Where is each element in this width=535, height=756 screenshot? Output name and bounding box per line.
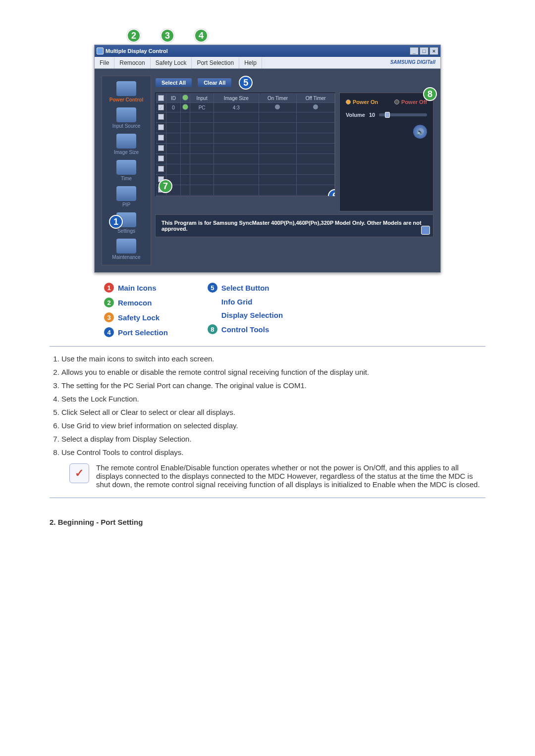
table-row[interactable] (156, 185, 335, 196)
grid-header-checkbox[interactable]: ✓ (156, 94, 166, 103)
maintenance-icon (116, 239, 136, 253)
power-on-label: Power On (353, 99, 378, 105)
legend-text: Select Button (221, 284, 269, 292)
list-item: Select a display from Display Selection. (61, 435, 485, 443)
app-icon (97, 48, 104, 54)
app-screenshot: 2 3 4 Multiple Display Control _ □ × Fil… (94, 45, 441, 273)
callout-8: 8 (423, 87, 437, 101)
menubar: File Remocon Safety Lock Port Selection … (95, 57, 440, 69)
note-text: The remote control Enable/Disable functi… (96, 463, 485, 489)
legend-num-5: 5 (208, 283, 217, 293)
legend: 1Main Icons 2Remocon 3Safety Lock 4Port … (104, 283, 446, 337)
grid-header-id: ID (166, 94, 181, 103)
table-row[interactable] (156, 164, 335, 175)
window-close-button[interactable]: × (429, 47, 438, 55)
list-item: Allows you to enable or disable the remo… (61, 368, 485, 376)
control-tools-panel: 8 Power On Power Off (339, 93, 433, 211)
sidebar-item-label: Maintenance (103, 254, 150, 260)
menu-port-selection[interactable]: Port Selection (192, 57, 239, 68)
menu-remocon[interactable]: Remocon (114, 57, 150, 68)
footer-text: This Program is for Samsung SyncMaster 4… (161, 220, 422, 232)
power-off-radio[interactable]: Power Off (394, 99, 427, 105)
select-all-button[interactable]: Select All (155, 78, 192, 88)
volume-value: 10 (369, 112, 375, 118)
table-row[interactable] (156, 133, 335, 144)
menu-file[interactable]: File (95, 57, 114, 68)
list-item: The setting for the PC Serial Port can c… (61, 381, 485, 390)
sidebar-item-maintenance[interactable]: Maintenance (103, 237, 150, 262)
table-row[interactable] (156, 144, 335, 154)
pip-icon (116, 186, 136, 201)
speaker-button[interactable]: 🔊 (413, 125, 427, 139)
row-checkbox[interactable] (158, 135, 164, 141)
legend-num-4: 4 (104, 327, 114, 337)
radio-dot-icon (346, 100, 351, 104)
table-row[interactable] (156, 154, 335, 164)
row-checkbox[interactable] (158, 166, 164, 172)
sidebar-item-pip[interactable]: PIP (103, 184, 150, 209)
list-item: Click Select all or Clear to select or c… (61, 408, 485, 416)
power-icon (116, 81, 136, 96)
table-row[interactable] (156, 175, 335, 185)
table-row[interactable] (156, 112, 335, 123)
separator (50, 346, 485, 347)
row-checkbox[interactable]: ✓ (158, 104, 164, 110)
sidebar-item-input-source[interactable]: Input Source (103, 105, 150, 131)
titlebar: Multiple Display Control _ □ × (95, 45, 440, 57)
info-grid: ✓ ID Input Image Size On Timer Off Timer (155, 93, 335, 197)
explanations-list: Use the main icons to switch into each s… (61, 354, 485, 456)
image-size-icon (116, 134, 136, 149)
footer-message: 1 This Program is for Samsung SyncMaster… (155, 214, 433, 237)
callout-1: 1 (109, 215, 123, 229)
window-maximize-button[interactable]: □ (420, 47, 428, 55)
sidebar: Power Control Input Source Image Size Ti… (102, 76, 151, 265)
list-item: Use the main icons to switch into each s… (61, 354, 485, 363)
radio-dot-icon (394, 100, 399, 104)
cell-id: 0 (166, 103, 181, 112)
time-icon (116, 160, 136, 175)
grid-header-status (181, 94, 190, 103)
sidebar-item-time[interactable]: Time (103, 158, 150, 183)
table-row[interactable]: ✓ 0 PC 4:3 (156, 103, 335, 112)
legend-text: Main Icons (118, 284, 157, 292)
power-on-radio[interactable]: Power On (346, 99, 378, 105)
callout-3: 3 (160, 29, 174, 43)
grid-header-image-size: Image Size (214, 94, 259, 103)
list-item: Use Control Tools to control displays. (61, 448, 485, 456)
row-checkbox[interactable] (158, 124, 164, 130)
resize-grip-icon[interactable] (421, 226, 430, 235)
sidebar-item-label: Settings (103, 228, 150, 234)
row-checkbox[interactable] (158, 155, 164, 161)
sidebar-item-label: Time (103, 176, 150, 181)
note-block: ✓ The remote control Enable/Disable func… (69, 463, 485, 489)
menu-help[interactable]: Help (239, 57, 262, 68)
cell-image-size: 4:3 (214, 103, 259, 112)
legend-text: Display Selection (221, 311, 283, 319)
callout-2: 2 (127, 29, 141, 43)
volume-slider[interactable] (379, 113, 427, 116)
table-row[interactable] (156, 123, 335, 133)
legend-text: Remocon (118, 299, 152, 307)
legend-num-1: 1 (104, 283, 114, 293)
menu-safety-lock[interactable]: Safety Lock (151, 57, 192, 68)
app-title: Multiple Display Control (106, 48, 168, 54)
on-timer-dot-icon (275, 104, 280, 109)
sidebar-item-image-size[interactable]: Image Size (103, 132, 150, 157)
separator (50, 498, 485, 498)
slider-thumb[interactable] (385, 112, 390, 118)
sidebar-item-label: PIP (103, 202, 150, 207)
legend-num-2: 2 (104, 298, 114, 307)
list-item: Sets the Lock Function. (61, 395, 485, 403)
off-timer-dot-icon (313, 104, 318, 109)
sidebar-item-power-control[interactable]: Power Control (103, 79, 150, 104)
row-checkbox[interactable] (158, 114, 164, 120)
sidebar-item-label: Image Size (103, 150, 150, 155)
clear-all-button[interactable]: Clear All (197, 78, 232, 88)
cell-input: PC (190, 103, 214, 112)
row-checkbox[interactable] (158, 145, 164, 151)
legend-text: Info Grid (221, 298, 253, 306)
window-minimize-button[interactable]: _ (410, 47, 419, 55)
sidebar-item-label: Power Control (103, 97, 150, 102)
legend-text: Port Selection (118, 328, 168, 337)
grid-header-off-timer: Off Timer (297, 94, 335, 103)
